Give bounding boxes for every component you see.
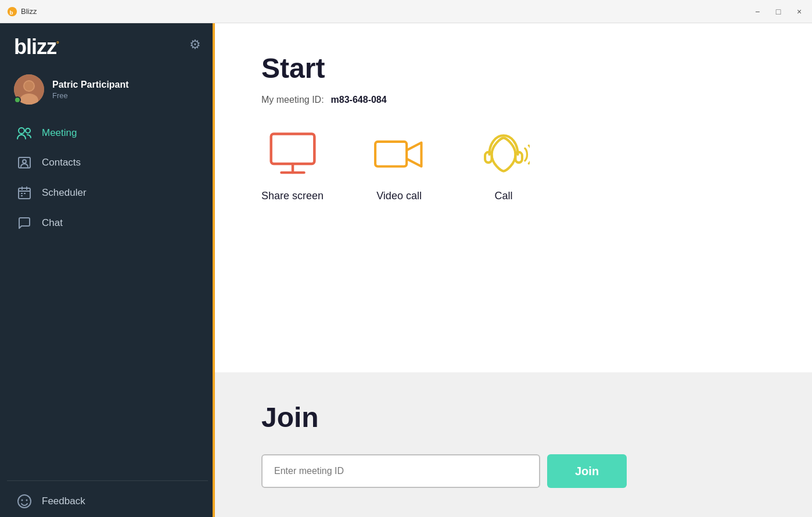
call-icon [475, 128, 533, 181]
sidebar-item-chat[interactable]: Chat [7, 208, 208, 238]
meeting-id-input[interactable] [261, 454, 540, 488]
svg-point-19 [26, 500, 28, 501]
sidebar-accent [213, 23, 215, 517]
svg-rect-20 [271, 134, 314, 164]
titlebar-logo: b Blizz [7, 6, 37, 17]
sidebar-item-feedback-label: Feedback [42, 496, 85, 507]
sidebar-item-meeting[interactable]: Meeting [7, 119, 208, 148]
online-indicator [14, 96, 21, 103]
svg-rect-16 [21, 195, 23, 196]
sidebar-item-scheduler-label: Scheduler [42, 187, 87, 199]
feedback-icon [16, 494, 33, 509]
share-screen-label: Share screen [261, 190, 324, 202]
sidebar-item-contacts-label: Contacts [42, 157, 81, 168]
call-button[interactable]: Call [475, 128, 533, 202]
meeting-id-row: My meeting ID: m83-648-084 [261, 95, 766, 105]
meeting-id-value: m83-648-084 [331, 95, 387, 105]
join-button[interactable]: Join [547, 454, 627, 488]
sidebar: blizz° ⚙ [0, 23, 215, 517]
logo-text: blizz° [14, 35, 59, 59]
join-title: Join [261, 401, 766, 433]
svg-rect-14 [21, 193, 23, 194]
contacts-icon [16, 156, 33, 170]
video-call-icon [370, 128, 428, 181]
gear-icon: ⚙ [189, 37, 201, 52]
svg-point-6 [19, 128, 24, 134]
join-section: Join Join [215, 372, 812, 517]
share-screen-icon [264, 128, 322, 181]
svg-text:b: b [10, 9, 13, 15]
user-name: Patric Participant [52, 80, 129, 90]
start-section: Start My meeting ID: m83-648-084 Share [215, 23, 812, 372]
window-controls: − □ × [752, 6, 805, 17]
call-label: Call [495, 190, 513, 202]
meeting-id-label: My meeting ID: [261, 95, 324, 105]
main-content: Start My meeting ID: m83-648-084 Share [215, 23, 812, 517]
minimize-button[interactable]: − [752, 6, 763, 17]
video-call-label: Video call [376, 190, 422, 202]
nav-list: Meeting Contacts [0, 119, 215, 476]
app-logo-icon: b [7, 6, 17, 17]
action-buttons: Share screen Video call [261, 128, 766, 202]
close-button[interactable]: × [793, 6, 805, 17]
meeting-icon [16, 127, 33, 139]
svg-point-7 [26, 128, 30, 133]
svg-point-9 [23, 160, 26, 163]
app-title: Blizz [21, 7, 37, 16]
scheduler-icon [16, 186, 33, 200]
avatar-wrapper [14, 74, 44, 105]
svg-rect-15 [24, 193, 26, 194]
chat-icon [16, 216, 33, 230]
titlebar: b Blizz − □ × [0, 0, 812, 23]
maximize-button[interactable]: □ [773, 6, 784, 17]
sidebar-item-meeting-label: Meeting [42, 127, 77, 139]
user-profile: Patric Participant Free [0, 65, 215, 119]
svg-rect-23 [375, 142, 407, 167]
video-call-button[interactable]: Video call [370, 128, 428, 202]
sidebar-item-chat-label: Chat [42, 217, 63, 229]
svg-point-18 [21, 500, 23, 501]
sidebar-header: blizz° ⚙ [0, 23, 215, 65]
join-input-row: Join [261, 454, 766, 488]
logo: blizz° [14, 35, 59, 59]
sidebar-item-contacts[interactable]: Contacts [7, 148, 208, 178]
sidebar-item-feedback[interactable]: Feedback [0, 486, 215, 517]
app-container: blizz° ⚙ [0, 23, 812, 517]
user-info: Patric Participant Free [52, 80, 129, 100]
start-title: Start [261, 52, 766, 84]
sidebar-item-scheduler[interactable]: Scheduler [7, 178, 208, 208]
svg-point-5 [24, 81, 34, 91]
settings-button[interactable]: ⚙ [189, 37, 201, 52]
share-screen-button[interactable]: Share screen [261, 128, 324, 202]
nav-divider [7, 480, 208, 481]
user-plan: Free [52, 91, 129, 100]
